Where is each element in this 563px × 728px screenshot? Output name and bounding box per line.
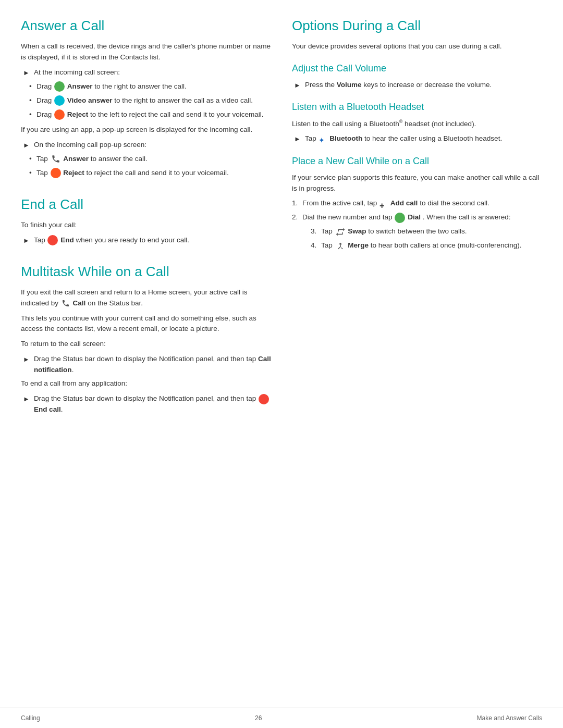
bluetooth-subsection: Listen with a Bluetooth Headset Listen t… bbox=[292, 100, 542, 145]
step2-suffix: . When the call is answered: bbox=[423, 213, 511, 221]
video-label: Video answer bbox=[67, 96, 113, 104]
bluetooth-bullet: ► Tap ✦ Bluetooth to hear the caller usi… bbox=[294, 133, 542, 144]
reject-icon bbox=[54, 109, 65, 120]
end-suffix: when you are ready to end your call. bbox=[76, 236, 189, 244]
popup-intro: If you are using an app, a pop-up screen… bbox=[21, 125, 271, 135]
add-icon: + bbox=[380, 200, 388, 208]
volume-content: Press the Volume keys to increase or dec… bbox=[305, 80, 542, 91]
new-call-title: Place a New Call While on a Call bbox=[292, 154, 542, 168]
adjust-volume-subsection: Adjust the Call Volume ► Press the Volum… bbox=[292, 61, 542, 91]
multitask-intro1: If you exit the call screen and return t… bbox=[21, 287, 271, 309]
popup-screen-label: On the incoming call pop-up screen: bbox=[34, 140, 271, 151]
swap-suffix: to switch between the two calls. bbox=[368, 227, 467, 235]
step2-content: Dial the new number and tap Dial . When … bbox=[302, 213, 511, 221]
step2: Dial the new number and tap Dial . When … bbox=[292, 212, 542, 251]
multitask-section: Multitask While on a Call If you exit th… bbox=[21, 262, 271, 415]
drag-answer-item: Drag Answer to the right to answer the c… bbox=[29, 81, 271, 92]
new-call-steps: From the active call, tap + Add call to … bbox=[292, 198, 542, 251]
end-call-bullet: ► Tap End when you are ready to end your… bbox=[23, 235, 271, 246]
step1: From the active call, tap + Add call to … bbox=[292, 198, 542, 209]
volume-bullet: ► Press the Volume keys to increase or d… bbox=[294, 80, 542, 91]
answer-suffix: to the right to answer the call. bbox=[94, 82, 186, 90]
adjust-volume-title: Adjust the Call Volume bbox=[292, 61, 542, 76]
tap-reject-label: Reject bbox=[63, 169, 84, 177]
phone-answer-small-icon bbox=[51, 154, 60, 164]
swap-item: Tap Swap to switch between the two calls… bbox=[311, 226, 542, 237]
page-footer: Calling 26 Make and Answer Calls bbox=[0, 708, 563, 728]
bluetooth-intro: Listen to the call using a Bluetooth® he… bbox=[292, 118, 542, 129]
end-call-intro: To finish your call: bbox=[21, 220, 271, 231]
options-section: Options During a Call Your device provid… bbox=[292, 16, 542, 251]
content-area: Answer a Call When a call is received, t… bbox=[0, 0, 563, 728]
bluetooth-icon: ✦ bbox=[319, 135, 327, 143]
volume-bold: Volume bbox=[337, 81, 362, 89]
end-icon bbox=[47, 235, 58, 245]
swap-content: Tap Swap to switch between the two calls… bbox=[321, 227, 467, 235]
drag-end-bullet: ► Drag the Status bar down to display th… bbox=[23, 393, 271, 415]
arrow-icon-volume: ► bbox=[294, 80, 301, 91]
incoming-call-label: At the incoming call screen: bbox=[34, 67, 271, 78]
merge-bold: Merge bbox=[348, 241, 369, 249]
step1-suffix: to dial the second call. bbox=[420, 199, 489, 207]
end-call-content: Tap End when you are ready to end your c… bbox=[34, 235, 271, 246]
answer-label: Answer bbox=[67, 82, 93, 90]
answer-call-intro: When a call is received, the device ring… bbox=[21, 41, 271, 63]
right-column: Options During a Call Your device provid… bbox=[292, 16, 542, 697]
answer-call-section: Answer a Call When a call is received, t… bbox=[21, 16, 271, 179]
reject-label: Reject bbox=[67, 110, 89, 118]
video-suffix: to the right to answer the call as a vid… bbox=[114, 96, 253, 104]
call-status-icon bbox=[62, 299, 70, 307]
answer-options-list: Drag Answer to the right to answer the c… bbox=[29, 81, 271, 120]
tap-answer-item: Tap Answer to answer the call. bbox=[29, 154, 271, 165]
arrow-icon-status: ► bbox=[23, 354, 30, 365]
swap-bold: Swap bbox=[348, 227, 366, 235]
footer-right: Make and Answer Calls bbox=[477, 713, 542, 723]
end-label: End bbox=[60, 236, 74, 244]
call-label: Call bbox=[73, 299, 86, 307]
call-answered-options: Tap Swap to switch between the two calls… bbox=[311, 226, 542, 251]
popup-screen-bullet: ► On the incoming call pop-up screen: bbox=[23, 140, 271, 151]
return-label: To return to the call screen: bbox=[21, 339, 271, 350]
tap-answer-suffix: to answer the call. bbox=[91, 155, 148, 163]
end-call-icon bbox=[259, 394, 269, 404]
new-call-subsection: Place a New Call While on a Call If your… bbox=[292, 154, 542, 252]
end-call-title: End a Call bbox=[21, 194, 271, 215]
step1-content: From the active call, tap + Add call to … bbox=[302, 199, 489, 207]
arrow-icon-bluetooth: ► bbox=[294, 134, 301, 144]
add-call-bold: Add call bbox=[390, 199, 418, 207]
arrow-icon-2: ► bbox=[23, 140, 30, 151]
end-call-bold: End call bbox=[34, 405, 61, 413]
tap-answer-text: Tap Answer to answer the call. bbox=[36, 155, 148, 163]
bluetooth-suffix: to hear the caller using a Bluetooth hea… bbox=[364, 134, 502, 142]
merge-icon bbox=[336, 241, 345, 251]
volume-suffix: keys to increase or decrease the volume. bbox=[363, 81, 492, 89]
drag-video-item: Drag Video answer to the right to answer… bbox=[29, 95, 271, 106]
arrow-icon-end: ► bbox=[23, 236, 30, 246]
drag-reject-item: Drag Reject to the left to reject the ca… bbox=[29, 109, 271, 120]
swap-icon bbox=[336, 227, 345, 237]
arrow-icon-end2: ► bbox=[23, 394, 30, 404]
tap-reject-item: Tap Reject to reject the call and send i… bbox=[29, 168, 271, 179]
merge-content: Tap Merge to hear both callers at once (… bbox=[321, 241, 522, 249]
answer-call-title: Answer a Call bbox=[21, 16, 271, 36]
drag-status-content: Drag the Status bar down to display the … bbox=[34, 354, 271, 376]
drag-status-bullet: ► Drag the Status bar down to display th… bbox=[23, 354, 271, 376]
answer-icon bbox=[54, 81, 65, 92]
merge-item: Tap Merge to hear both callers at once (… bbox=[311, 240, 542, 251]
popup-options-list: Tap Answer to answer the call. Tap bbox=[29, 154, 271, 179]
end-call-section: End a Call To finish your call: ► Tap En… bbox=[21, 194, 271, 246]
footer-page-number: 26 bbox=[255, 713, 262, 723]
page: Answer a Call When a call is received, t… bbox=[0, 0, 563, 728]
end-call-app-label: To end a call from any application: bbox=[21, 378, 271, 389]
video-icon bbox=[54, 95, 65, 106]
reject-suffix: to the left to reject the call and send … bbox=[90, 110, 263, 118]
drag-end-content: Drag the Status bar down to display the … bbox=[34, 393, 271, 415]
arrow-icon: ► bbox=[23, 68, 30, 78]
footer-left: Calling bbox=[21, 713, 40, 723]
tap-reject-text: Tap Reject to reject the call and send i… bbox=[36, 169, 229, 177]
drag-video-text: Drag Video answer to the right to answer… bbox=[36, 96, 253, 104]
multitask-intro2: This lets you continue with your current… bbox=[21, 313, 271, 335]
multitask-title: Multitask While on a Call bbox=[21, 262, 271, 282]
bluetooth-content: Tap ✦ Bluetooth to hear the caller using… bbox=[305, 133, 542, 144]
drag-answer-text: Drag Answer to the right to answer the c… bbox=[36, 82, 187, 90]
